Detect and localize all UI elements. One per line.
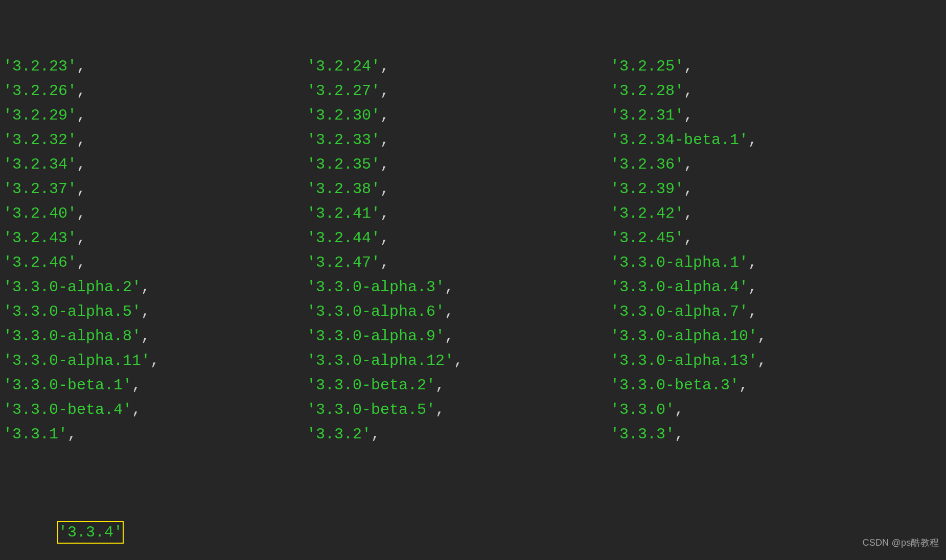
comma-punct: , [445, 278, 454, 296]
version-string: 3.2.23 [12, 58, 67, 75]
version-string: 3.3.0-alpha.13 [619, 352, 748, 369]
version-cell: '3.2.41', [307, 201, 610, 226]
version-string: 3.2.29 [12, 107, 67, 124]
version-string: 3.3.3 [619, 426, 665, 443]
version-row: '3.3.0-alpha.11','3.3.0-alpha.12','3.3.0… [3, 348, 946, 373]
version-string: 3.3.0-alpha.10 [619, 328, 748, 345]
version-row: '3.2.46','3.2.47','3.3.0-alpha.1', [3, 250, 946, 275]
version-cell: '3.2.34', [3, 152, 307, 177]
version-string: 3.3.0-alpha.3 [316, 278, 435, 296]
version-row: '3.2.34','3.2.35','3.2.36', [3, 152, 946, 177]
version-string: 3.2.26 [12, 82, 67, 100]
version-row: '3.2.23','3.2.24','3.2.25', [3, 54, 946, 79]
version-string: 3.3.0-beta.3 [619, 377, 730, 394]
version-string: 3.2.28 [619, 82, 675, 100]
version-string: 3.3.0 [619, 401, 665, 418]
comma-punct: , [684, 205, 693, 222]
comma-punct: , [748, 131, 757, 149]
version-cell: '3.2.24', [307, 54, 610, 79]
comma-punct: , [77, 254, 86, 271]
terminal-output: '3.2.23','3.2.24','3.2.25','3.2.26','3.2… [0, 0, 946, 560]
comma-punct: , [748, 303, 757, 320]
version-cell: '3.3.0-alpha.4', [610, 275, 914, 299]
comma-punct: , [77, 131, 86, 149]
highlighted-version: '3.3.4' [57, 521, 124, 544]
version-cell: '3.3.0-beta.3', [610, 373, 914, 398]
version-cell: '3.3.0-alpha.1', [610, 250, 914, 275]
comma-punct: , [77, 205, 86, 222]
version-string: 3.2.44 [316, 229, 371, 247]
comma-punct: , [141, 328, 150, 345]
version-string: 3.3.0-alpha.12 [316, 352, 445, 369]
comma-punct: , [371, 426, 380, 443]
version-string: 3.3.0-alpha.8 [12, 328, 132, 345]
version-cell: '3.3.0', [610, 398, 914, 422]
version-cell: '3.2.30', [307, 103, 610, 128]
version-string: 3.2.25 [619, 58, 675, 75]
version-cell: '3.3.0-alpha.8', [3, 324, 307, 348]
version-cell: '3.2.39', [610, 177, 914, 201]
version-string: 3.3.0-alpha.9 [316, 328, 435, 345]
comma-punct: , [675, 426, 684, 443]
comma-punct: , [380, 229, 389, 247]
version-cell: '3.2.43', [3, 226, 307, 250]
version-string: 3.2.31 [619, 107, 675, 124]
comma-punct: , [684, 229, 693, 247]
version-cell: '3.2.46', [3, 250, 307, 275]
version-cell: '3.2.32', [3, 128, 307, 152]
comma-punct: , [141, 303, 150, 320]
version-cell: '3.3.3', [610, 422, 914, 447]
version-string: 3.2.38 [316, 180, 371, 198]
comma-punct: , [757, 328, 767, 345]
version-string: 3.2.42 [619, 205, 675, 222]
comma-punct: , [684, 82, 693, 100]
version-string: 3.3.1 [12, 426, 58, 443]
version-row: '3.2.40','3.2.41','3.2.42', [3, 201, 946, 226]
comma-punct: , [684, 58, 693, 75]
comma-punct: , [435, 377, 445, 394]
comma-punct: , [380, 180, 389, 198]
comma-punct: , [150, 352, 159, 369]
version-cell: '3.3.0-alpha.3', [307, 275, 610, 299]
version-string: 3.3.0-beta.4 [12, 401, 123, 418]
version-string: 3.2.37 [12, 180, 67, 198]
comma-punct: , [77, 229, 86, 247]
version-cell: '3.3.0-beta.1', [3, 373, 307, 398]
version-string: 3.3.2 [316, 426, 362, 443]
comma-punct: , [757, 352, 767, 369]
version-string: 3.2.34 [12, 156, 67, 173]
comma-punct: , [67, 426, 77, 443]
version-cell: '3.2.28', [610, 79, 914, 103]
version-cell: '3.3.0-alpha.5', [3, 299, 307, 324]
version-cell: '3.2.44', [307, 226, 610, 250]
version-string: 3.2.47 [316, 254, 371, 271]
version-row: '3.3.1','3.3.2','3.3.3', [3, 422, 946, 447]
version-cell: '3.3.0-alpha.7', [610, 299, 914, 324]
version-cell: '3.2.27', [307, 79, 610, 103]
version-cell: '3.3.0-alpha.11', [3, 348, 307, 373]
comma-punct: , [132, 401, 141, 418]
version-cell: '3.3.0-beta.2', [307, 373, 610, 398]
version-cell: '3.2.34-beta.1', [610, 128, 914, 152]
comma-punct: , [380, 107, 389, 124]
comma-punct: , [684, 180, 693, 198]
comma-punct: , [380, 254, 389, 271]
version-string: 3.2.24 [316, 58, 371, 75]
version-cell: '3.2.42', [610, 201, 914, 226]
version-row: '3.2.32','3.2.33','3.2.34-beta.1', [3, 128, 946, 152]
version-string: 3.2.35 [316, 156, 371, 173]
version-cell: '3.3.1', [3, 422, 307, 447]
comma-punct: , [748, 254, 757, 271]
version-string: 3.2.33 [316, 131, 371, 149]
comma-punct: , [132, 377, 141, 394]
version-string: 3.3.0-alpha.11 [12, 352, 141, 369]
comma-punct: , [77, 156, 86, 173]
version-string: 3.3.0-alpha.4 [619, 278, 739, 296]
version-cell: '3.3.0-beta.4', [3, 398, 307, 422]
watermark: CSDN @ps酷教程 [863, 530, 939, 555]
version-cell: '3.2.47', [307, 250, 610, 275]
version-string: 3.3.0-beta.1 [12, 377, 123, 394]
version-string: 3.3.0-alpha.7 [619, 303, 739, 320]
comma-punct: , [77, 180, 86, 198]
comma-punct: , [380, 58, 389, 75]
